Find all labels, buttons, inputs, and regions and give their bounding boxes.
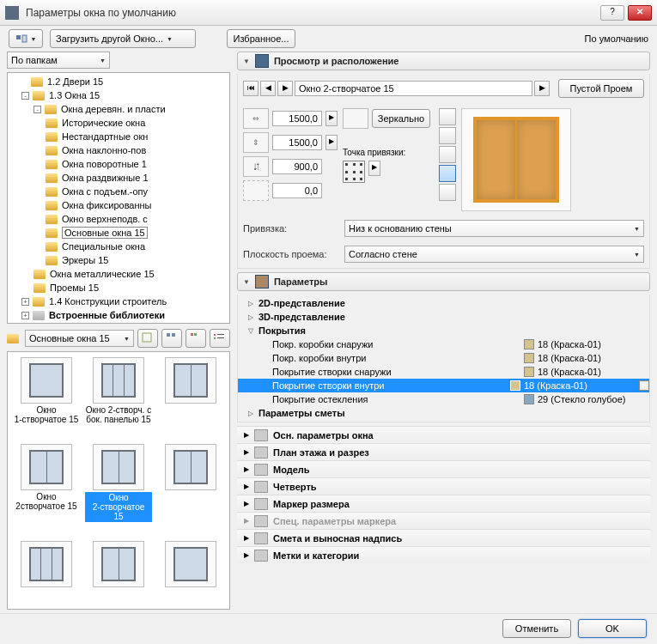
- accordion-row[interactable]: ▶Четверть: [237, 477, 650, 495]
- cancel-button[interactable]: Отменить: [502, 619, 571, 638]
- preview-header[interactable]: ▼ Просмотр и расположение: [237, 52, 650, 70]
- tree-item[interactable]: Нестандартные окн: [46, 130, 228, 143]
- element-name-field[interactable]: Окно 2-створчатое 15: [295, 81, 532, 96]
- expand-icon: ▶: [244, 551, 249, 559]
- plane-dropdown[interactable]: Согласно стене: [344, 246, 644, 263]
- empty-opening-button[interactable]: Пустой Проем: [558, 79, 644, 98]
- view-3d-button[interactable]: [439, 146, 456, 163]
- bind-dropdown[interactable]: Низ к основанию стены: [344, 220, 644, 237]
- anchor-grid[interactable]: [343, 161, 365, 183]
- thumbnail-image: [21, 444, 72, 490]
- tree-item[interactable]: -Окна деревян. и пласти: [33, 102, 228, 116]
- param-group[interactable]: ▷Параметры сметы: [238, 406, 649, 420]
- folder-dropdown[interactable]: Основные окна 15: [25, 330, 134, 347]
- view-medium-button[interactable]: [161, 329, 182, 348]
- view-large-button[interactable]: [137, 329, 158, 348]
- param-row[interactable]: Покрытие створки снаружи18 (Краска-01): [238, 365, 649, 379]
- svg-rect-0: [16, 35, 21, 39]
- help-button[interactable]: ?: [600, 5, 624, 21]
- thumbnail-item[interactable]: [157, 357, 224, 439]
- nav-first-button[interactable]: ⏮: [243, 81, 259, 96]
- width-input[interactable]: 1500,0: [272, 111, 322, 126]
- thumbnail-item[interactable]: Окно2створчатое 15: [13, 444, 80, 537]
- tree-item[interactable]: Проемы 15: [33, 281, 228, 295]
- accordion-row[interactable]: ▶Метки и категории: [237, 546, 650, 563]
- tree-item[interactable]: Исторические окна: [46, 116, 228, 130]
- sill-input[interactable]: 900,0: [272, 159, 322, 174]
- tree-item-selected[interactable]: Основные окна 15: [46, 226, 228, 240]
- collapse-icon[interactable]: -: [33, 106, 41, 113]
- accordion-row[interactable]: ▶Осн. параметры окна: [237, 426, 650, 443]
- tree-item[interactable]: Окна с подъем.-опу: [46, 185, 228, 198]
- param-row[interactable]: Покрытие створки внутри18 (Краска-01)▶: [238, 379, 649, 392]
- view-small-button[interactable]: [186, 329, 206, 348]
- nav-go-button[interactable]: ▶: [534, 81, 550, 96]
- color-swatch: [510, 380, 520, 391]
- go-icon[interactable]: ▶: [639, 380, 649, 391]
- thumbnail-grid[interactable]: Окно1-створчатое 15Окно 2-створч. сбок. …: [7, 351, 230, 610]
- view-list-button[interactable]: [210, 329, 230, 348]
- accordion-row[interactable]: ▶Модель: [237, 460, 650, 477]
- accordion-row[interactable]: ▶План этажа и разрез: [237, 443, 650, 460]
- view-side-button[interactable]: [439, 184, 456, 201]
- tree-item[interactable]: Окна фиксированны: [46, 198, 228, 212]
- tree-item[interactable]: Окно верхнеподв. с: [46, 212, 228, 226]
- tree-item[interactable]: +1.4 Конструкции строитель: [21, 295, 228, 308]
- close-button[interactable]: ✕: [628, 5, 652, 21]
- tree-item[interactable]: Специальные окна: [46, 240, 228, 253]
- load-other-button[interactable]: Загрузить другой Окно...: [50, 29, 196, 48]
- view-iso-button[interactable]: [439, 165, 456, 182]
- view-plan-button[interactable]: [439, 127, 456, 144]
- link-button[interactable]: ▶: [325, 111, 338, 126]
- param-row[interactable]: Покр. коробки внутри18 (Краска-01): [238, 351, 649, 365]
- nav-next-button[interactable]: ▶: [277, 81, 293, 96]
- offset-input[interactable]: 0,0: [272, 183, 322, 198]
- favorites-button[interactable]: Избранное...: [227, 29, 295, 48]
- view-elev-button[interactable]: [439, 108, 456, 125]
- tree-item[interactable]: Эркеры 15: [46, 253, 228, 267]
- param-group[interactable]: ▷3D-представление: [238, 310, 649, 324]
- accordion-row[interactable]: ▶Маркер размера: [237, 495, 650, 512]
- expand-icon[interactable]: +: [21, 312, 29, 319]
- tree-item[interactable]: Окна наклонно-пов: [46, 143, 228, 157]
- tree-item[interactable]: Окна металлические 15: [33, 267, 228, 281]
- accordion: ▶Осн. параметры окна▶План этажа и разрез…: [237, 426, 650, 563]
- tree-item[interactable]: -1.3 Окна 15: [21, 88, 228, 102]
- mirror-checkbox[interactable]: Зеркально: [372, 109, 430, 128]
- tree-item[interactable]: 1.2 Двери 15: [21, 75, 228, 88]
- param-group[interactable]: ▷2D-представление: [238, 296, 649, 310]
- mirror-icon: [343, 108, 368, 129]
- svg-rect-10: [217, 337, 224, 338]
- anchor-more-button[interactable]: ▶: [368, 161, 380, 176]
- large-icons-icon: [142, 332, 154, 344]
- expand-icon: ▶: [244, 431, 249, 439]
- library-mode-button[interactable]: [9, 29, 43, 48]
- thumbnail-item[interactable]: Окно 2-створч. сбок. панелью 15: [85, 357, 152, 439]
- browse-mode-dropdown[interactable]: По папкам: [7, 52, 110, 69]
- params-header[interactable]: ▼ Параметры: [237, 272, 650, 291]
- expand-icon[interactable]: +: [21, 298, 29, 306]
- tree-item[interactable]: +Встроенные библиотеки: [21, 308, 228, 322]
- param-row[interactable]: Покрытие остекления29 (Стекло голубое): [238, 392, 649, 406]
- accordion-row[interactable]: ▶Смета и выносная надпись: [237, 529, 650, 546]
- thumbnail-item[interactable]: [157, 541, 224, 604]
- preview-section: ⏮ ◀ ▶ Окно 2-створчатое 15 ▶ Пустой Прое…: [237, 74, 650, 269]
- thumbnail-item[interactable]: Окно1-створчатое 15: [13, 357, 80, 439]
- expand-icon: ▶: [244, 448, 249, 456]
- param-group-open[interactable]: ▽Покрытия: [238, 324, 649, 337]
- tree-item[interactable]: Окна поворотные 1: [46, 157, 228, 171]
- ok-button[interactable]: OK: [578, 619, 647, 638]
- collapse-icon[interactable]: -: [21, 92, 29, 100]
- library-tree[interactable]: 1.2 Двери 15 -1.3 Окна 15 -Окна деревян.…: [7, 72, 230, 324]
- thumbnail-item[interactable]: [157, 444, 224, 537]
- height-input[interactable]: 1500,0: [272, 135, 322, 150]
- nav-prev-button[interactable]: ◀: [260, 81, 276, 96]
- link-button[interactable]: ▶: [325, 135, 338, 150]
- thumbnail-item[interactable]: Окно2-створчатое 15: [85, 444, 152, 537]
- preview-tools: [439, 108, 456, 211]
- thumbnail-item[interactable]: [85, 541, 152, 604]
- section-icon: [254, 481, 268, 493]
- param-row[interactable]: Покр. коробки снаружи18 (Краска-01): [238, 337, 649, 351]
- tree-item[interactable]: Окна раздвижные 1: [46, 171, 228, 185]
- thumbnail-item[interactable]: [13, 541, 80, 604]
